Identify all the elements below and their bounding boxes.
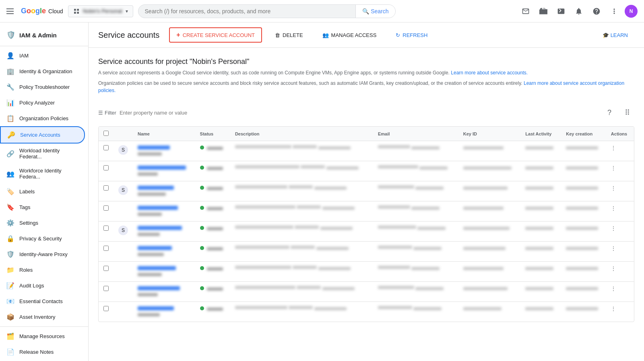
create-service-account-button[interactable]: + CREATE SERVICE ACCOUNT [169,27,262,43]
table-header-description: Description [230,127,373,141]
delete-button[interactable]: 🗑 DELETE [268,29,310,41]
row-select-checkbox[interactable] [103,286,109,291]
sidebar-item-labels[interactable]: 🏷️ Labels [0,184,85,199]
sidebar-item-service-accounts[interactable]: 🔑 Service Accounts [0,126,85,144]
status-dot-enabled [200,206,204,210]
row-status-cell [195,242,230,262]
row-select-checkbox[interactable] [103,205,109,211]
sidebar-item-workforce-identity[interactable]: 👥 Workforce Identity Federa... [0,164,85,184]
row-last-activity-cell [520,282,561,302]
sidebar-item-asset-inventory[interactable]: 📦 Asset Inventory [0,309,85,325]
project-selector[interactable]: Nobin's Personal ▾ [68,5,133,17]
row-description-cell [230,201,373,222]
row-email-cell [373,181,458,201]
row-select-checkbox[interactable] [103,145,109,150]
sidebar-item-essential-contacts[interactable]: 📧 Essential Contacts [0,293,85,309]
service-account-name-link[interactable] [138,266,176,270]
row-select-checkbox[interactable] [103,226,109,231]
sidebar-item-tags[interactable]: 🔖 Tags [0,199,85,215]
row-email-cell [373,282,458,302]
sidebar-item-policy-analyzer[interactable]: 📊 Policy Analyzer [0,95,85,111]
sidebar-item-identity-aware-proxy[interactable]: 🛡️ Identity-Aware Proxy [0,246,85,262]
sidebar-item-audit-logs[interactable]: 📝 Audit Logs [0,278,85,293]
sidebar-item-release-notes[interactable]: 📄 Release Notes [0,344,85,360]
sidebar-item-label: Identity-Aware Proxy [19,251,68,257]
sidebar-item-roles[interactable]: 📁 Roles [0,262,85,278]
service-account-name-link[interactable] [138,286,180,290]
manage-resources-icon: 🗂️ [6,332,14,340]
learn-button[interactable]: 🎓 LEARN [596,29,634,41]
filter-icon-wrap: ☰ Filter [98,110,116,116]
filter-input[interactable] [120,110,599,116]
sidebar-item-label: Workload Identity Federat... [19,148,78,160]
row-select-checkbox[interactable] [103,266,109,271]
bell-icon[interactable] [572,4,586,18]
hamburger-menu-icon[interactable] [6,6,16,16]
avatar[interactable]: N [625,5,638,18]
row-more-actions-icon[interactable]: ⋮ [611,145,616,151]
status-dot-enabled [200,266,204,270]
service-account-name-link[interactable] [138,166,186,170]
filter-help-icon[interactable]: ? [602,105,617,120]
sidebar-item-label: Asset Inventory [19,314,56,320]
service-account-name-link[interactable] [138,306,174,310]
search-button[interactable]: 🔍 Search [355,5,395,18]
row-more-actions-icon[interactable]: ⋮ [611,185,616,191]
row-more-actions-icon[interactable]: ⋮ [611,165,616,171]
sidebar-item-iam[interactable]: 👤 IAM [0,48,85,64]
terminal-icon[interactable] [554,4,568,18]
notifications-icon[interactable] [518,4,533,18]
row-email-cell [373,161,458,181]
row-more-actions-icon[interactable]: ⋮ [611,246,616,251]
more-options-icon[interactable] [607,4,621,18]
row-key-id-cell [458,222,521,242]
asset-inventory-icon: 📦 [6,313,14,321]
service-account-name-link[interactable] [138,186,174,190]
refresh-button[interactable]: ↻ REFRESH [389,29,434,41]
row-more-actions-icon[interactable]: ⋮ [611,266,616,271]
refresh-label: REFRESH [402,32,427,38]
help-icon[interactable] [589,4,604,18]
service-account-name-link[interactable] [138,206,178,210]
search-input[interactable] [138,5,356,18]
row-more-actions-icon[interactable]: ⋮ [611,205,616,211]
row-more-actions-icon[interactable]: ⋮ [611,286,616,291]
row-more-actions-icon[interactable]: ⋮ [611,226,616,231]
service-account-avatar: S [118,145,128,155]
sidebar-item-privacy-security[interactable]: 🔒 Privacy & Security [0,231,85,246]
manage-access-button[interactable]: 👥 MANAGE ACCESS [316,29,383,41]
sidebar-item-workload-identity[interactable]: 🔗 Workload Identity Federat... [0,144,85,164]
select-all-checkbox[interactable] [103,131,109,136]
sidebar-item-manage-resources[interactable]: 🗂️ Manage Resources [0,328,85,344]
learn-more-service-accounts-link[interactable]: Learn more about service accounts. [451,70,528,76]
gift-icon[interactable] [536,4,551,18]
row-select-checkbox[interactable] [103,165,109,170]
status-dot-enabled [200,306,204,310]
row-email-cell [373,302,458,322]
service-account-name-link[interactable] [138,246,172,250]
row-select-checkbox[interactable] [103,246,109,251]
google-logo-text: Google [21,7,46,15]
row-select-checkbox[interactable] [103,185,109,191]
roles-icon: 📁 [6,266,14,274]
service-account-name-link[interactable] [138,226,182,230]
service-account-name-link[interactable] [138,146,170,150]
row-select-checkbox[interactable] [103,306,109,311]
sidebar-item-label: Manage Resources [19,333,65,339]
content-description: A service account represents a Google Cl… [98,69,634,76]
row-more-actions-icon[interactable]: ⋮ [611,306,616,312]
column-toggle-icon[interactable]: ⠿ [620,105,634,120]
row-name-cell [133,161,195,181]
sidebar-item-org-policies[interactable]: 📋 Organization Policies [0,111,85,126]
svg-rect-3 [77,12,79,14]
service-account-email-short [138,293,158,296]
search-input-wrap: 🔍 Search [138,4,396,18]
google-cloud-logo: Google Cloud [21,7,63,15]
row-key-creation-cell [561,161,606,181]
status-dot-enabled [200,166,204,170]
sidebar-item-settings[interactable]: ⚙️ Settings [0,215,85,231]
row-email-cell [373,242,458,262]
sidebar-item-policy-troubleshooter[interactable]: 🔧 Policy Troubleshooter [0,79,85,95]
row-last-activity-cell [520,181,561,201]
sidebar-item-identity-org[interactable]: 🏢 Identity & Organization [0,64,85,79]
